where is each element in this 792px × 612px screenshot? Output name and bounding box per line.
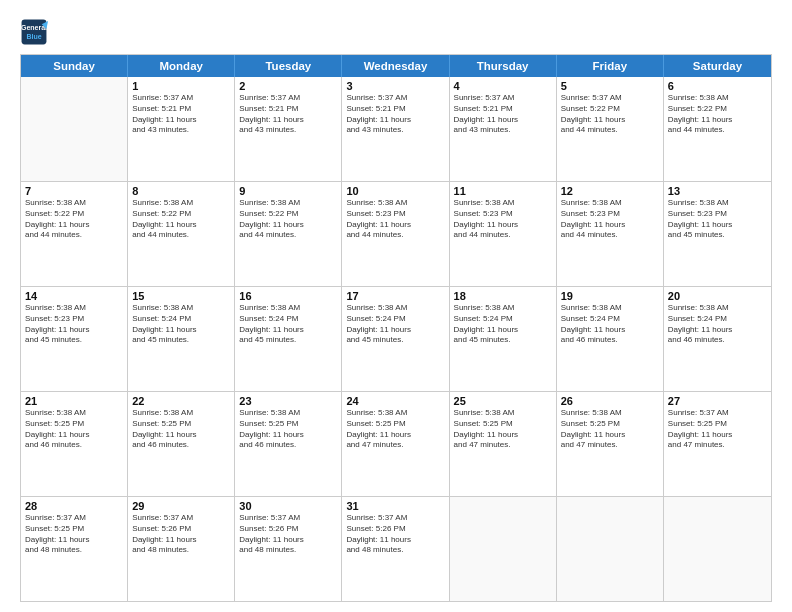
day-number: 8 <box>132 185 230 197</box>
day-number: 17 <box>346 290 444 302</box>
day-number: 21 <box>25 395 123 407</box>
day-number: 7 <box>25 185 123 197</box>
day-number: 15 <box>132 290 230 302</box>
day-number: 26 <box>561 395 659 407</box>
svg-text:Blue: Blue <box>26 33 41 40</box>
calendar-cell-12: 12Sunrise: 5:38 AM Sunset: 5:23 PM Dayli… <box>557 182 664 286</box>
logo-icon: General Blue <box>20 18 48 46</box>
page: General Blue SundayMondayTuesdayWednesda… <box>0 0 792 612</box>
header-day-saturday: Saturday <box>664 55 771 77</box>
cell-info: Sunrise: 5:38 AM Sunset: 5:24 PM Dayligh… <box>239 303 337 346</box>
cell-info: Sunrise: 5:38 AM Sunset: 5:22 PM Dayligh… <box>668 93 767 136</box>
calendar-cell-empty-4-5 <box>557 497 664 601</box>
cell-info: Sunrise: 5:37 AM Sunset: 5:26 PM Dayligh… <box>239 513 337 556</box>
cell-info: Sunrise: 5:37 AM Sunset: 5:21 PM Dayligh… <box>239 93 337 136</box>
calendar-cell-empty-4-4 <box>450 497 557 601</box>
day-number: 30 <box>239 500 337 512</box>
calendar-cell-8: 8Sunrise: 5:38 AM Sunset: 5:22 PM Daylig… <box>128 182 235 286</box>
header-day-thursday: Thursday <box>450 55 557 77</box>
calendar-cell-29: 29Sunrise: 5:37 AM Sunset: 5:26 PM Dayli… <box>128 497 235 601</box>
cell-info: Sunrise: 5:37 AM Sunset: 5:25 PM Dayligh… <box>25 513 123 556</box>
calendar-cell-31: 31Sunrise: 5:37 AM Sunset: 5:26 PM Dayli… <box>342 497 449 601</box>
day-number: 22 <box>132 395 230 407</box>
svg-rect-0 <box>22 20 47 45</box>
calendar-row-1: 7Sunrise: 5:38 AM Sunset: 5:22 PM Daylig… <box>21 182 771 287</box>
cell-info: Sunrise: 5:38 AM Sunset: 5:23 PM Dayligh… <box>25 303 123 346</box>
day-number: 14 <box>25 290 123 302</box>
day-number: 12 <box>561 185 659 197</box>
cell-info: Sunrise: 5:37 AM Sunset: 5:26 PM Dayligh… <box>346 513 444 556</box>
calendar-row-2: 14Sunrise: 5:38 AM Sunset: 5:23 PM Dayli… <box>21 287 771 392</box>
cell-info: Sunrise: 5:37 AM Sunset: 5:21 PM Dayligh… <box>346 93 444 136</box>
calendar-cell-2: 2Sunrise: 5:37 AM Sunset: 5:21 PM Daylig… <box>235 77 342 181</box>
day-number: 25 <box>454 395 552 407</box>
cell-info: Sunrise: 5:37 AM Sunset: 5:25 PM Dayligh… <box>668 408 767 451</box>
day-number: 2 <box>239 80 337 92</box>
day-number: 31 <box>346 500 444 512</box>
cell-info: Sunrise: 5:38 AM Sunset: 5:25 PM Dayligh… <box>239 408 337 451</box>
cell-info: Sunrise: 5:37 AM Sunset: 5:26 PM Dayligh… <box>132 513 230 556</box>
calendar-body: 1Sunrise: 5:37 AM Sunset: 5:21 PM Daylig… <box>21 77 771 601</box>
calendar-cell-28: 28Sunrise: 5:37 AM Sunset: 5:25 PM Dayli… <box>21 497 128 601</box>
calendar-cell-23: 23Sunrise: 5:38 AM Sunset: 5:25 PM Dayli… <box>235 392 342 496</box>
day-number: 18 <box>454 290 552 302</box>
day-number: 29 <box>132 500 230 512</box>
calendar-cell-4: 4Sunrise: 5:37 AM Sunset: 5:21 PM Daylig… <box>450 77 557 181</box>
cell-info: Sunrise: 5:37 AM Sunset: 5:21 PM Dayligh… <box>132 93 230 136</box>
calendar-cell-empty-4-6 <box>664 497 771 601</box>
day-number: 20 <box>668 290 767 302</box>
logo: General Blue <box>20 18 48 46</box>
cell-info: Sunrise: 5:38 AM Sunset: 5:25 PM Dayligh… <box>25 408 123 451</box>
header-day-friday: Friday <box>557 55 664 77</box>
header-day-sunday: Sunday <box>21 55 128 77</box>
header-day-monday: Monday <box>128 55 235 77</box>
calendar-cell-1: 1Sunrise: 5:37 AM Sunset: 5:21 PM Daylig… <box>128 77 235 181</box>
calendar-cell-11: 11Sunrise: 5:38 AM Sunset: 5:23 PM Dayli… <box>450 182 557 286</box>
cell-info: Sunrise: 5:38 AM Sunset: 5:23 PM Dayligh… <box>668 198 767 241</box>
cell-info: Sunrise: 5:38 AM Sunset: 5:25 PM Dayligh… <box>132 408 230 451</box>
calendar-cell-15: 15Sunrise: 5:38 AM Sunset: 5:24 PM Dayli… <box>128 287 235 391</box>
cell-info: Sunrise: 5:38 AM Sunset: 5:25 PM Dayligh… <box>561 408 659 451</box>
day-number: 11 <box>454 185 552 197</box>
cell-info: Sunrise: 5:38 AM Sunset: 5:24 PM Dayligh… <box>346 303 444 346</box>
calendar-cell-27: 27Sunrise: 5:37 AM Sunset: 5:25 PM Dayli… <box>664 392 771 496</box>
calendar-cell-13: 13Sunrise: 5:38 AM Sunset: 5:23 PM Dayli… <box>664 182 771 286</box>
calendar-cell-19: 19Sunrise: 5:38 AM Sunset: 5:24 PM Dayli… <box>557 287 664 391</box>
cell-info: Sunrise: 5:38 AM Sunset: 5:25 PM Dayligh… <box>454 408 552 451</box>
calendar-cell-16: 16Sunrise: 5:38 AM Sunset: 5:24 PM Dayli… <box>235 287 342 391</box>
calendar-cell-25: 25Sunrise: 5:38 AM Sunset: 5:25 PM Dayli… <box>450 392 557 496</box>
header: General Blue <box>20 18 772 46</box>
header-day-tuesday: Tuesday <box>235 55 342 77</box>
calendar-cell-18: 18Sunrise: 5:38 AM Sunset: 5:24 PM Dayli… <box>450 287 557 391</box>
cell-info: Sunrise: 5:38 AM Sunset: 5:25 PM Dayligh… <box>346 408 444 451</box>
cell-info: Sunrise: 5:38 AM Sunset: 5:24 PM Dayligh… <box>454 303 552 346</box>
calendar-cell-10: 10Sunrise: 5:38 AM Sunset: 5:23 PM Dayli… <box>342 182 449 286</box>
day-number: 1 <box>132 80 230 92</box>
cell-info: Sunrise: 5:37 AM Sunset: 5:22 PM Dayligh… <box>561 93 659 136</box>
header-day-wednesday: Wednesday <box>342 55 449 77</box>
calendar-cell-7: 7Sunrise: 5:38 AM Sunset: 5:22 PM Daylig… <box>21 182 128 286</box>
cell-info: Sunrise: 5:38 AM Sunset: 5:24 PM Dayligh… <box>668 303 767 346</box>
calendar-cell-20: 20Sunrise: 5:38 AM Sunset: 5:24 PM Dayli… <box>664 287 771 391</box>
day-number: 3 <box>346 80 444 92</box>
calendar-cell-24: 24Sunrise: 5:38 AM Sunset: 5:25 PM Dayli… <box>342 392 449 496</box>
cell-info: Sunrise: 5:38 AM Sunset: 5:23 PM Dayligh… <box>346 198 444 241</box>
calendar-row-0: 1Sunrise: 5:37 AM Sunset: 5:21 PM Daylig… <box>21 77 771 182</box>
day-number: 4 <box>454 80 552 92</box>
calendar-cell-6: 6Sunrise: 5:38 AM Sunset: 5:22 PM Daylig… <box>664 77 771 181</box>
day-number: 16 <box>239 290 337 302</box>
cell-info: Sunrise: 5:38 AM Sunset: 5:23 PM Dayligh… <box>454 198 552 241</box>
day-number: 28 <box>25 500 123 512</box>
calendar-cell-14: 14Sunrise: 5:38 AM Sunset: 5:23 PM Dayli… <box>21 287 128 391</box>
calendar-cell-26: 26Sunrise: 5:38 AM Sunset: 5:25 PM Dayli… <box>557 392 664 496</box>
calendar-cell-30: 30Sunrise: 5:37 AM Sunset: 5:26 PM Dayli… <box>235 497 342 601</box>
calendar-cell-9: 9Sunrise: 5:38 AM Sunset: 5:22 PM Daylig… <box>235 182 342 286</box>
calendar: SundayMondayTuesdayWednesdayThursdayFrid… <box>20 54 772 602</box>
calendar-cell-17: 17Sunrise: 5:38 AM Sunset: 5:24 PM Dayli… <box>342 287 449 391</box>
day-number: 9 <box>239 185 337 197</box>
day-number: 10 <box>346 185 444 197</box>
cell-info: Sunrise: 5:38 AM Sunset: 5:24 PM Dayligh… <box>132 303 230 346</box>
day-number: 13 <box>668 185 767 197</box>
day-number: 24 <box>346 395 444 407</box>
day-number: 6 <box>668 80 767 92</box>
